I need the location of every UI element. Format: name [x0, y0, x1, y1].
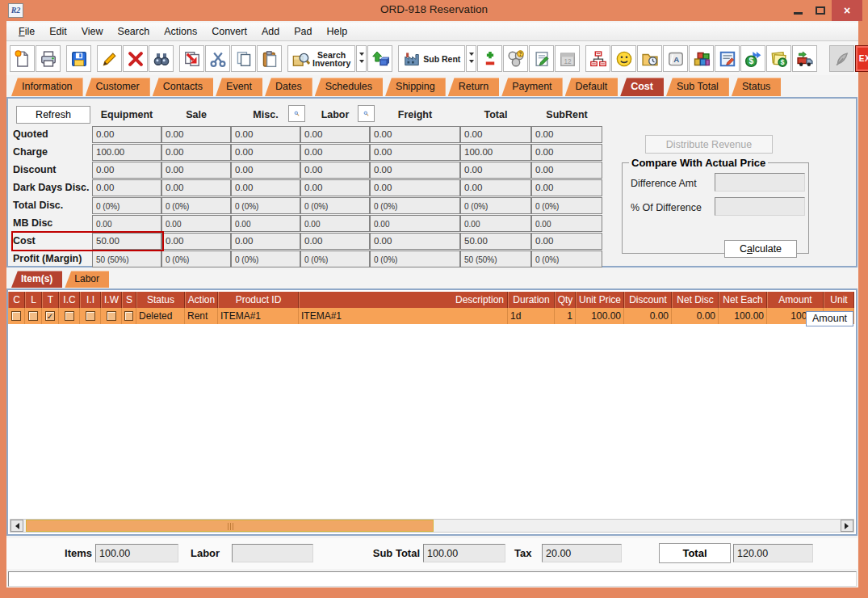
tab-sub-total[interactable]: Sub Total: [666, 78, 729, 96]
close-button[interactable]: ×: [832, 0, 862, 21]
cost-cell[interactable]: 0.00: [460, 126, 531, 143]
cost-cell[interactable]: 0 (0%): [531, 251, 602, 267]
horizontal-scrollbar[interactable]: [10, 519, 854, 533]
table-row[interactable]: ✓DeletedRentITEMA#1ITEMA#11d1100.000.000…: [8, 308, 854, 324]
sub-rent-button[interactable]: Sub Rent: [398, 45, 465, 72]
cost-cell[interactable]: 0.00: [231, 233, 300, 250]
edit-notes-button[interactable]: [715, 45, 740, 72]
exit-button[interactable]: EXIT: [855, 45, 868, 72]
menu-help[interactable]: Help: [319, 24, 354, 39]
scroll-left-arrow[interactable]: [10, 520, 23, 532]
cost-cell[interactable]: 0.00: [231, 162, 300, 179]
cost-cell[interactable]: 0.00: [370, 215, 460, 232]
cost-cell[interactable]: 0.00: [531, 233, 602, 250]
availability-button[interactable]: ?: [503, 45, 528, 72]
search-inventory-button[interactable]: Search Inventory: [287, 45, 355, 72]
column-header-unit[interactable]: Unit: [824, 292, 854, 308]
column-header-qty[interactable]: Qty: [555, 292, 576, 308]
cost-cell[interactable]: 0.00: [161, 126, 231, 143]
delivery-button[interactable]: [792, 45, 817, 72]
adjust-quantity-button[interactable]: [477, 45, 502, 72]
row-checkbox-s[interactable]: [124, 311, 133, 321]
notes-button[interactable]: [529, 45, 554, 72]
invoice-button[interactable]: $: [766, 45, 791, 72]
tab-cost[interactable]: Cost: [620, 78, 664, 96]
cost-cell[interactable]: 0.00: [460, 179, 531, 196]
tab-contacts[interactable]: Contacts: [153, 78, 213, 96]
cost-cell[interactable]: 0.00: [300, 144, 370, 161]
row-checkbox-i-c[interactable]: [65, 311, 74, 321]
cost-cell[interactable]: 0 (0%): [531, 197, 602, 214]
column-header-s[interactable]: S: [122, 292, 136, 308]
labor-total-field[interactable]: [232, 544, 313, 562]
find-button[interactable]: [149, 45, 174, 72]
scrollbar-thumb[interactable]: [26, 520, 434, 532]
cost-cell[interactable]: 0.00: [92, 215, 161, 232]
copy-button[interactable]: [231, 45, 256, 72]
convert-item-button[interactable]: [367, 45, 392, 72]
refresh-button[interactable]: Refresh: [16, 106, 90, 124]
menu-view[interactable]: View: [74, 24, 111, 39]
column-header-t[interactable]: T: [42, 292, 59, 308]
menu-pad[interactable]: Pad: [287, 24, 319, 39]
new-button[interactable]: [10, 45, 35, 72]
cost-cell[interactable]: 0.00: [460, 162, 531, 179]
menu-search[interactable]: Search: [111, 24, 157, 39]
tab-event[interactable]: Event: [216, 78, 262, 96]
cost-cell[interactable]: 0.00: [370, 126, 460, 143]
row-checkbox-i-w[interactable]: [107, 311, 116, 321]
column-header-unit-price[interactable]: Unit Price: [576, 292, 624, 308]
row-checkbox-l[interactable]: [28, 311, 38, 321]
cost-cell[interactable]: 0 (0%): [231, 251, 300, 267]
cost-cell[interactable]: 0.00: [370, 233, 460, 250]
print-button[interactable]: [36, 45, 61, 72]
cost-cell[interactable]: 50 (50%): [460, 251, 531, 267]
tab-return[interactable]: Return: [448, 78, 500, 96]
org-chart-button[interactable]: [585, 45, 610, 72]
maximize-button[interactable]: [809, 0, 832, 21]
cost-cell[interactable]: 0.00: [531, 162, 602, 179]
menu-add[interactable]: Add: [254, 24, 287, 39]
row-checkbox-i-i[interactable]: [86, 311, 95, 321]
row-checkbox-c[interactable]: [11, 311, 21, 321]
tab-schedules[interactable]: Schedules: [315, 78, 383, 96]
history-button[interactable]: [637, 45, 662, 72]
cost-cell[interactable]: 0.00: [370, 162, 460, 179]
column-header-i-i[interactable]: I.I: [80, 292, 101, 308]
column-header-status[interactable]: Status: [136, 292, 185, 308]
cost-cell[interactable]: 0.00: [231, 144, 300, 161]
shortcut-button[interactable]: A: [663, 45, 688, 72]
column-header-amount[interactable]: Amount: [767, 292, 824, 308]
cut-button[interactable]: [205, 45, 230, 72]
save-button[interactable]: [66, 45, 91, 72]
cost-cell[interactable]: 0 (0%): [460, 197, 531, 214]
cost-cell[interactable]: 0.00: [161, 144, 231, 161]
cost-cell[interactable]: 0.00: [531, 126, 602, 143]
column-header-l[interactable]: L: [25, 292, 42, 308]
cost-cell[interactable]: 0.00: [92, 126, 161, 143]
column-header-product-id[interactable]: Product ID: [218, 292, 299, 308]
pct-difference-field[interactable]: [715, 197, 805, 216]
payment-button[interactable]: $: [740, 45, 765, 72]
menu-actions[interactable]: Actions: [157, 24, 204, 39]
tab-shipping[interactable]: Shipping: [385, 78, 446, 96]
cost-cell[interactable]: 0 (0%): [370, 197, 460, 214]
column-header-duration[interactable]: Duration: [508, 292, 555, 308]
tab-dates[interactable]: Dates: [265, 78, 312, 96]
search-inventory-dropdown[interactable]: [356, 45, 367, 72]
distribute-revenue-button[interactable]: Distribute Revenue: [645, 135, 773, 154]
cost-cell[interactable]: 0.00: [231, 126, 300, 143]
tab-default[interactable]: Default: [565, 78, 619, 96]
cost-cell[interactable]: 0.00: [370, 144, 460, 161]
cost-cell[interactable]: 0 (0%): [300, 197, 370, 214]
tab-information[interactable]: Information: [11, 78, 83, 96]
column-header-net-disc[interactable]: Net Disc: [672, 292, 719, 308]
cost-cell[interactable]: 0.00: [300, 233, 370, 250]
cost-cell[interactable]: 0.00: [300, 126, 370, 143]
sub-rent-dropdown[interactable]: [466, 45, 476, 72]
items-tab-item-s[interactable]: Item(s): [11, 271, 62, 288]
copy-to-button[interactable]: [179, 45, 204, 72]
paste-button[interactable]: [257, 45, 282, 72]
cost-cell[interactable]: 100.00: [460, 144, 531, 161]
tab-payment[interactable]: Payment: [501, 78, 562, 96]
